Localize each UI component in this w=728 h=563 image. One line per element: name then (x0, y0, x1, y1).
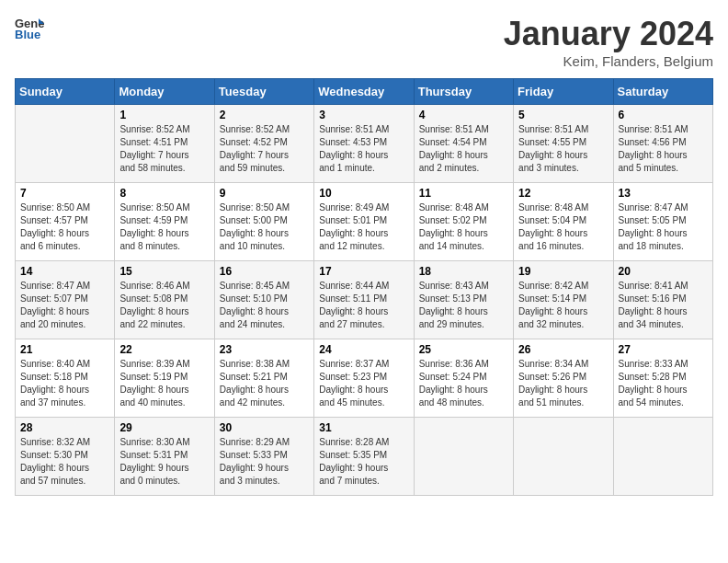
calendar-cell: 28Sunrise: 8:32 AM Sunset: 5:30 PM Dayli… (16, 418, 115, 496)
title-block: January 2024 Keim, Flanders, Belgium (504, 15, 713, 69)
day-number: 28 (20, 421, 109, 434)
calendar-day-header: Friday (514, 79, 613, 105)
day-info: Sunrise: 8:33 AM Sunset: 5:28 PM Dayligh… (619, 358, 708, 409)
day-info: Sunrise: 8:43 AM Sunset: 5:13 PM Dayligh… (419, 280, 508, 331)
calendar-cell: 3Sunrise: 8:51 AM Sunset: 4:53 PM Daylig… (314, 105, 414, 183)
calendar-cell: 2Sunrise: 8:52 AM Sunset: 4:52 PM Daylig… (214, 105, 313, 183)
day-info: Sunrise: 8:41 AM Sunset: 5:16 PM Dayligh… (619, 280, 708, 331)
day-number: 30 (220, 421, 309, 434)
day-number: 18 (419, 265, 508, 278)
day-info: Sunrise: 8:40 AM Sunset: 5:18 PM Dayligh… (20, 358, 109, 409)
svg-text:Blue: Blue (15, 28, 40, 40)
day-info: Sunrise: 8:36 AM Sunset: 5:24 PM Dayligh… (419, 358, 508, 409)
day-number: 16 (220, 265, 309, 278)
day-number: 11 (419, 187, 508, 200)
day-info: Sunrise: 8:48 AM Sunset: 5:02 PM Dayligh… (419, 201, 508, 253)
calendar-day-header: Monday (115, 79, 214, 105)
calendar-week-row: 7Sunrise: 8:50 AM Sunset: 4:57 PM Daylig… (16, 183, 713, 261)
calendar-cell: 25Sunrise: 8:36 AM Sunset: 5:24 PM Dayli… (414, 339, 513, 418)
calendar-cell: 29Sunrise: 8:30 AM Sunset: 5:31 PM Dayli… (115, 418, 214, 496)
calendar-cell: 15Sunrise: 8:46 AM Sunset: 5:08 PM Dayli… (115, 261, 214, 339)
calendar-cell: 16Sunrise: 8:45 AM Sunset: 5:10 PM Dayli… (214, 261, 313, 339)
day-info: Sunrise: 8:47 AM Sunset: 5:05 PM Dayligh… (619, 201, 708, 253)
calendar-cell: 11Sunrise: 8:48 AM Sunset: 5:02 PM Dayli… (414, 183, 513, 261)
calendar-cell: 19Sunrise: 8:42 AM Sunset: 5:14 PM Dayli… (514, 261, 613, 339)
day-number: 17 (319, 265, 408, 278)
day-info: Sunrise: 8:46 AM Sunset: 5:08 PM Dayligh… (119, 280, 209, 331)
day-info: Sunrise: 8:29 AM Sunset: 5:33 PM Dayligh… (220, 436, 309, 488)
day-info: Sunrise: 8:32 AM Sunset: 5:30 PM Dayligh… (20, 436, 109, 488)
day-info: Sunrise: 8:51 AM Sunset: 4:56 PM Dayligh… (619, 123, 708, 175)
calendar-cell: 14Sunrise: 8:47 AM Sunset: 5:07 PM Dayli… (16, 261, 115, 339)
day-info: Sunrise: 8:50 AM Sunset: 4:57 PM Dayligh… (20, 201, 109, 253)
day-number: 25 (419, 343, 508, 356)
calendar-cell: 5Sunrise: 8:51 AM Sunset: 4:55 PM Daylig… (514, 105, 613, 183)
location-subtitle: Keim, Flanders, Belgium (504, 53, 713, 69)
day-number: 19 (518, 265, 608, 278)
calendar-cell: 1Sunrise: 8:52 AM Sunset: 4:51 PM Daylig… (115, 105, 214, 183)
day-number: 27 (619, 343, 708, 356)
day-number: 4 (419, 109, 508, 121)
logo: General Blue (15, 15, 44, 40)
day-number: 5 (518, 109, 608, 121)
calendar-cell: 6Sunrise: 8:51 AM Sunset: 4:56 PM Daylig… (613, 105, 712, 183)
calendar-cell: 9Sunrise: 8:50 AM Sunset: 5:00 PM Daylig… (214, 183, 313, 261)
day-number: 29 (119, 421, 209, 434)
calendar-header-row: SundayMondayTuesdayWednesdayThursdayFrid… (16, 79, 713, 105)
day-info: Sunrise: 8:38 AM Sunset: 5:21 PM Dayligh… (220, 358, 309, 409)
calendar-cell (16, 105, 115, 183)
day-number: 12 (518, 187, 608, 200)
day-number: 2 (220, 109, 309, 121)
day-info: Sunrise: 8:49 AM Sunset: 5:01 PM Dayligh… (319, 201, 408, 253)
day-number: 7 (20, 187, 109, 200)
day-info: Sunrise: 8:37 AM Sunset: 5:23 PM Dayligh… (319, 358, 408, 409)
month-title: January 2024 (504, 15, 713, 53)
calendar-cell: 17Sunrise: 8:44 AM Sunset: 5:11 PM Dayli… (314, 261, 414, 339)
day-info: Sunrise: 8:47 AM Sunset: 5:07 PM Dayligh… (20, 280, 109, 331)
day-number: 6 (619, 109, 708, 121)
calendar-week-row: 14Sunrise: 8:47 AM Sunset: 5:07 PM Dayli… (16, 261, 713, 339)
calendar-cell: 4Sunrise: 8:51 AM Sunset: 4:54 PM Daylig… (414, 105, 513, 183)
calendar-cell: 20Sunrise: 8:41 AM Sunset: 5:16 PM Dayli… (613, 261, 712, 339)
day-number: 21 (20, 343, 109, 356)
calendar-cell: 31Sunrise: 8:28 AM Sunset: 5:35 PM Dayli… (314, 418, 414, 496)
calendar-cell (613, 418, 712, 496)
calendar-cell: 26Sunrise: 8:34 AM Sunset: 5:26 PM Dayli… (514, 339, 613, 418)
logo-icon: General Blue (15, 15, 44, 40)
calendar-cell: 8Sunrise: 8:50 AM Sunset: 4:59 PM Daylig… (115, 183, 214, 261)
day-info: Sunrise: 8:51 AM Sunset: 4:55 PM Dayligh… (518, 123, 608, 175)
day-number: 26 (518, 343, 608, 356)
calendar-cell: 30Sunrise: 8:29 AM Sunset: 5:33 PM Dayli… (214, 418, 313, 496)
day-info: Sunrise: 8:48 AM Sunset: 5:04 PM Dayligh… (518, 201, 608, 253)
calendar-cell: 24Sunrise: 8:37 AM Sunset: 5:23 PM Dayli… (314, 339, 414, 418)
calendar-cell: 22Sunrise: 8:39 AM Sunset: 5:19 PM Dayli… (115, 339, 214, 418)
day-info: Sunrise: 8:50 AM Sunset: 5:00 PM Dayligh… (220, 201, 309, 253)
calendar-cell: 7Sunrise: 8:50 AM Sunset: 4:57 PM Daylig… (16, 183, 115, 261)
day-number: 14 (20, 265, 109, 278)
day-info: Sunrise: 8:51 AM Sunset: 4:54 PM Dayligh… (419, 123, 508, 175)
day-number: 24 (319, 343, 408, 356)
day-info: Sunrise: 8:30 AM Sunset: 5:31 PM Dayligh… (119, 436, 209, 488)
calendar-cell: 23Sunrise: 8:38 AM Sunset: 5:21 PM Dayli… (214, 339, 313, 418)
calendar-cell: 21Sunrise: 8:40 AM Sunset: 5:18 PM Dayli… (16, 339, 115, 418)
day-number: 9 (220, 187, 309, 200)
day-number: 10 (319, 187, 408, 200)
page-header: General Blue January 2024 Keim, Flanders… (15, 15, 713, 69)
calendar-cell (514, 418, 613, 496)
day-number: 20 (619, 265, 708, 278)
calendar-day-header: Saturday (613, 79, 712, 105)
day-info: Sunrise: 8:28 AM Sunset: 5:35 PM Dayligh… (319, 436, 408, 488)
calendar-day-header: Sunday (16, 79, 115, 105)
day-info: Sunrise: 8:34 AM Sunset: 5:26 PM Dayligh… (518, 358, 608, 409)
calendar-cell: 10Sunrise: 8:49 AM Sunset: 5:01 PM Dayli… (314, 183, 414, 261)
calendar-cell (414, 418, 513, 496)
calendar-day-header: Wednesday (314, 79, 414, 105)
day-info: Sunrise: 8:45 AM Sunset: 5:10 PM Dayligh… (220, 280, 309, 331)
day-number: 8 (119, 187, 209, 200)
day-number: 1 (119, 109, 209, 121)
day-info: Sunrise: 8:42 AM Sunset: 5:14 PM Dayligh… (518, 280, 608, 331)
day-info: Sunrise: 8:44 AM Sunset: 5:11 PM Dayligh… (319, 280, 408, 331)
calendar-cell: 12Sunrise: 8:48 AM Sunset: 5:04 PM Dayli… (514, 183, 613, 261)
day-info: Sunrise: 8:52 AM Sunset: 4:52 PM Dayligh… (220, 123, 309, 175)
day-number: 15 (119, 265, 209, 278)
